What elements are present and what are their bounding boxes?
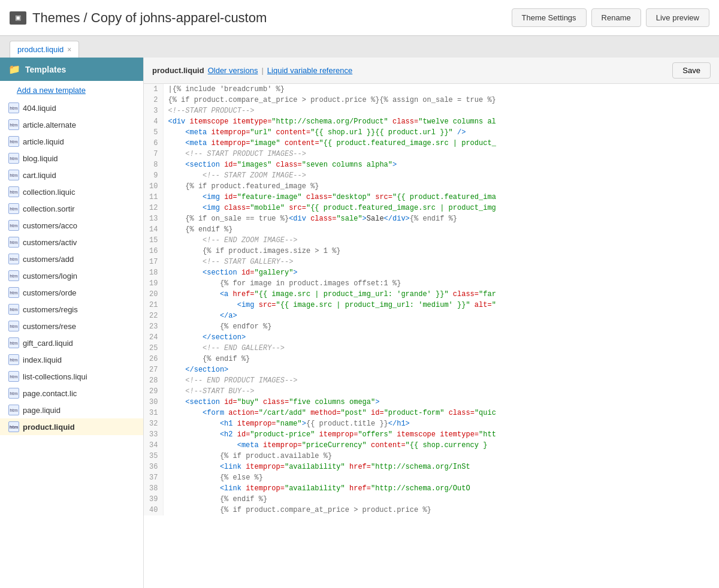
sidebar-item-page-contact[interactable]: htm page.contact.lic bbox=[0, 385, 143, 402]
table-row: 14 {% endif %} bbox=[144, 224, 719, 235]
sidebar-item-list-collections[interactable]: htm list-collections.liqui bbox=[0, 368, 143, 385]
sidebar-item-cust-acco[interactable]: htm customers/acco bbox=[0, 217, 143, 234]
save-button[interactable]: Save bbox=[672, 62, 711, 79]
table-row: 15 <!-- END ZOOM IMAGE--> bbox=[144, 235, 719, 246]
line-code: <meta itemprop="priceCurrency" content="… bbox=[163, 440, 719, 451]
line-number: 26 bbox=[144, 354, 163, 364]
sidebar-item-index[interactable]: htm index.liquid bbox=[0, 351, 143, 368]
line-number: 31 bbox=[144, 408, 163, 418]
line-code: <!-- END ZOOM IMAGE--> bbox=[163, 235, 719, 246]
line-number: 38 bbox=[144, 483, 163, 494]
line-code: {% endif %} bbox=[163, 224, 719, 235]
sidebar-item-gift-card[interactable]: htm gift_card.liquid bbox=[0, 334, 143, 351]
table-row: 38 <link itemprop="availability" href="h… bbox=[144, 483, 719, 494]
theme-settings-button[interactable]: Theme Settings bbox=[512, 8, 587, 27]
line-code: <meta itemprop="image" content="{{ produ… bbox=[163, 138, 719, 149]
sidebar-item-collection-sort[interactable]: htm collection.sortir bbox=[0, 200, 143, 217]
table-row: 9 <!-- START ZOOM IMAGE--> bbox=[144, 170, 719, 181]
sidebar-item-cart[interactable]: htm cart.liquid bbox=[0, 167, 143, 183]
line-number: 7 bbox=[144, 149, 163, 159]
line-number: 21 bbox=[144, 300, 163, 310]
line-code: </section> bbox=[163, 332, 719, 343]
sidebar-item-label: customers/acco bbox=[23, 221, 77, 230]
line-number: 11 bbox=[144, 192, 163, 203]
sidebar-item-label: 404.liquid bbox=[23, 104, 56, 113]
file-icon: htm bbox=[8, 287, 19, 298]
sidebar-item-cust-rese[interactable]: htm customers/rese bbox=[0, 318, 143, 334]
sidebar-item-cust-activ[interactable]: htm customers/activ bbox=[0, 234, 143, 251]
line-number: 1 bbox=[144, 84, 163, 95]
line-code: {% if product.images.size > 1 %} bbox=[163, 246, 719, 257]
line-number: 22 bbox=[144, 310, 163, 321]
line-number: 6 bbox=[144, 138, 163, 149]
line-code: <!-- END PRODUCT IMAGES--> bbox=[163, 375, 719, 386]
file-icon: htm bbox=[8, 405, 19, 415]
sidebar-item-product[interactable]: htm product.liquid bbox=[0, 418, 143, 435]
liquid-ref-link[interactable]: Liquid variable reference bbox=[267, 66, 352, 75]
table-row: 4 <div itemscope itemtype="http://schema… bbox=[144, 116, 719, 127]
line-code: <img id="feature-image" class="desktop" … bbox=[163, 192, 719, 203]
table-row: 17 <!-- START GALLERY--> bbox=[144, 257, 719, 267]
table-row: 26 {% endif %} bbox=[144, 354, 719, 364]
editor-filename: product.liquid bbox=[152, 66, 204, 75]
header: ▣ Themes / Copy of johns-apparel-custom … bbox=[0, 0, 719, 36]
tab-label: product.liquid bbox=[17, 45, 64, 54]
sidebar-item-article[interactable]: htm article.liquid bbox=[0, 133, 143, 150]
line-number: 15 bbox=[144, 235, 163, 246]
sidebar-item-label: blog.liquid bbox=[23, 154, 58, 163]
line-number: 34 bbox=[144, 440, 163, 451]
sidebar-item-cust-add[interactable]: htm customers/add bbox=[0, 251, 143, 267]
sidebar-item-cust-login[interactable]: htm customers/login bbox=[0, 267, 143, 284]
sidebar-item-label: cart.liquid bbox=[23, 171, 56, 180]
sidebar-item-article-alt[interactable]: htm article.alternate bbox=[0, 116, 143, 133]
line-number: 19 bbox=[144, 278, 163, 289]
add-template-link[interactable]: Add a new template bbox=[0, 81, 143, 99]
line-number: 25 bbox=[144, 343, 163, 354]
line-code: <meta itemprop="url" content="{{ shop.ur… bbox=[163, 127, 719, 138]
sidebar-item-label: customers/rese bbox=[23, 322, 76, 331]
line-number: 8 bbox=[144, 159, 163, 170]
file-icon: htm bbox=[8, 102, 19, 113]
sidebar-item-404[interactable]: htm 404.liquid bbox=[0, 99, 143, 116]
table-row: 30 <section id="buy" class="five columns… bbox=[144, 397, 719, 408]
line-code: {% if product.compare_at_price > product… bbox=[163, 505, 719, 515]
table-row: 6 <meta itemprop="image" content="{{ pro… bbox=[144, 138, 719, 149]
folder-icon: 📁 bbox=[8, 64, 20, 75]
line-number: 4 bbox=[144, 116, 163, 127]
table-row: 40 {% if product.compare_at_price > prod… bbox=[144, 505, 719, 515]
table-row: 22 </a> bbox=[144, 310, 719, 321]
sidebar-item-blog[interactable]: htm blog.liquid bbox=[0, 150, 143, 167]
line-number: 28 bbox=[144, 375, 163, 386]
line-number: 9 bbox=[144, 170, 163, 181]
table-row: 21 <img src="{{ image.src | product_img_… bbox=[144, 300, 719, 310]
code-editor[interactable]: 1 |{% include 'breadcrumb' %} 2 {% if pr… bbox=[144, 84, 719, 588]
line-code: {% else %} bbox=[163, 472, 719, 483]
table-row: 29 <!--START BUY--> bbox=[144, 386, 719, 397]
line-code: <div itemscope itemtype="http://schema.o… bbox=[163, 116, 719, 127]
file-icon: htm bbox=[8, 354, 19, 365]
line-code: <h1 itemprop="name">{{ product.title }}<… bbox=[163, 418, 719, 429]
line-number: 30 bbox=[144, 397, 163, 408]
older-versions-link[interactable]: Older versions bbox=[208, 66, 258, 75]
tab-close-icon[interactable]: × bbox=[67, 46, 71, 54]
sidebar-item-cust-orde[interactable]: htm customers/orde bbox=[0, 284, 143, 301]
sidebar: 📁 Templates Add a new template htm 404.l… bbox=[0, 58, 144, 588]
live-preview-button[interactable]: Live preview bbox=[646, 8, 709, 27]
line-number: 3 bbox=[144, 105, 163, 116]
file-icon: htm bbox=[8, 237, 19, 248]
line-code: {% if product.featured_image %} bbox=[163, 181, 719, 192]
tab-product-liquid[interactable]: product.liquid × bbox=[10, 41, 79, 58]
sidebar-item-collection[interactable]: htm collection.liquic bbox=[0, 183, 143, 200]
file-icon: htm bbox=[8, 321, 19, 331]
line-code: {% for image in product.images offset:1 … bbox=[163, 278, 719, 289]
line-code: </a> bbox=[163, 310, 719, 321]
rename-button[interactable]: Rename bbox=[591, 8, 641, 27]
line-number: 33 bbox=[144, 429, 163, 440]
sidebar-item-label: customers/orde bbox=[23, 288, 77, 297]
line-code: {% endif %} bbox=[163, 494, 719, 505]
sidebar-item-cust-regis[interactable]: htm customers/regis bbox=[0, 301, 143, 318]
sidebar-item-page[interactable]: htm page.liquid bbox=[0, 402, 143, 418]
table-row: 11 <img id="feature-image" class="deskto… bbox=[144, 192, 719, 203]
line-code: <a href="{{ image.src | product_img_url:… bbox=[163, 289, 719, 300]
table-row: 39 {% endif %} bbox=[144, 494, 719, 505]
